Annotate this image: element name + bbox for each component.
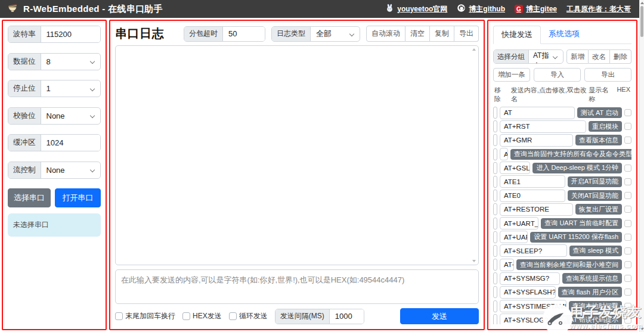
link-gitee[interactable]: G 博主gitee xyxy=(515,4,557,14)
loop-send-checkbox[interactable] xyxy=(229,312,237,320)
remove-handle[interactable] xyxy=(493,148,497,160)
group-add-button[interactable]: 新增 xyxy=(566,49,589,64)
command-hex-checkbox[interactable] xyxy=(624,178,631,185)
command-name-button[interactable]: 查询 UART 当前临时配置 xyxy=(541,218,622,229)
command-name-button[interactable]: 查询本地时间戳 xyxy=(569,301,622,312)
group-delete-button[interactable]: 删除 xyxy=(610,49,631,64)
hex-send-checkbox[interactable] xyxy=(182,312,190,320)
clear-button[interactable]: 清空 xyxy=(405,26,430,42)
send-content-input[interactable] xyxy=(115,269,479,304)
send-button[interactable]: 发送 xyxy=(400,308,479,324)
link-youyeetoo[interactable]: youyeetoo官网 xyxy=(385,4,447,14)
command-input[interactable]: AT+SYSRAM? xyxy=(500,259,514,271)
command-input[interactable]: AT+UART_CUR? xyxy=(500,217,538,229)
add-command-button[interactable]: 增加一条 xyxy=(493,68,530,82)
command-input[interactable]: AT+GMR xyxy=(500,134,573,147)
import-button[interactable]: 导入 xyxy=(534,68,581,82)
field-value[interactable]: None xyxy=(41,108,89,124)
command-hex-checkbox[interactable] xyxy=(624,234,631,241)
command-hex-checkbox[interactable] xyxy=(624,288,631,296)
command-hex-checkbox[interactable] xyxy=(624,206,631,213)
command-hex-checkbox[interactable] xyxy=(624,220,631,227)
command-input[interactable]: AT+CMD xyxy=(500,148,508,160)
export-button[interactable]: 导出 xyxy=(584,68,631,82)
remove-handle[interactable] xyxy=(493,190,497,201)
field-value[interactable]: 115200 xyxy=(41,26,101,42)
command-input[interactable]: AT+SLEEP? xyxy=(500,244,567,257)
remove-handle[interactable] xyxy=(493,162,497,174)
command-input[interactable]: AT+GSLP=60000 xyxy=(500,162,530,174)
command-hex-checkbox[interactable] xyxy=(624,165,631,172)
packet-timeout-input[interactable] xyxy=(223,27,265,41)
command-name-button[interactable]: 关闭AT回显功能 xyxy=(568,190,622,201)
field-value[interactable]: 1 xyxy=(41,80,89,97)
command-hex-checkbox[interactable] xyxy=(624,261,631,268)
remove-handle[interactable] xyxy=(493,272,497,284)
command-input[interactable]: AT+SYSLOG? xyxy=(500,314,549,324)
command-name-button[interactable]: 查询当前剩余堆空间和最小堆空间 xyxy=(516,259,622,270)
remove-handle[interactable] xyxy=(493,286,497,298)
command-hex-checkbox[interactable] xyxy=(624,317,631,324)
append-crlf-checkbox[interactable] xyxy=(115,312,123,320)
scroll-down-icon[interactable] xyxy=(472,260,476,262)
tab-quick-send[interactable]: 快捷发送 xyxy=(493,26,541,44)
scroll-up-icon[interactable] xyxy=(472,48,476,51)
command-input[interactable]: AT+SYSMSG? xyxy=(500,272,560,285)
link-github[interactable]: 博主github xyxy=(457,4,505,14)
log-output-area[interactable] xyxy=(115,45,479,265)
open-port-button[interactable]: 打开串口 xyxy=(55,188,101,207)
command-name-button[interactable]: 开启AT回显功能 xyxy=(568,176,622,187)
loop-send-option[interactable]: 循环发送 xyxy=(229,311,268,321)
scroll-up-icon[interactable] xyxy=(640,2,644,4)
command-hex-checkbox[interactable] xyxy=(624,136,631,144)
command-input[interactable]: AT+RESTORE xyxy=(500,203,573,216)
remove-handle[interactable] xyxy=(493,203,497,215)
autoscroll-button[interactable]: 自动滚动 xyxy=(366,26,405,42)
link-author[interactable]: 工具原作者：老大哥 xyxy=(566,4,631,14)
command-input[interactable]: AT+SYSFLASH? xyxy=(500,286,556,299)
command-name-button[interactable]: 测试 AT 启动 xyxy=(577,107,622,118)
remove-handle[interactable] xyxy=(493,300,497,312)
scroll-down-icon[interactable] xyxy=(640,328,644,330)
command-name-button[interactable]: 查询 AT 错误代码提示 xyxy=(551,315,622,324)
export-button[interactable]: 导出 xyxy=(454,26,479,42)
command-input[interactable]: AT+SYSTIMESTAMP? xyxy=(500,300,566,312)
remove-handle[interactable] xyxy=(493,259,497,271)
group-select[interactable]: ESP32 AT指令 xyxy=(529,50,551,63)
command-name-button[interactable]: 设置 UART 115200 保存flash xyxy=(530,232,622,243)
command-name-button[interactable]: 进入 Deep-sleep 模式 1分钟 xyxy=(532,163,622,173)
command-name-button[interactable]: 查询 sleep 模式 xyxy=(569,246,622,256)
select-port-button[interactable]: 选择串口 xyxy=(8,188,51,207)
command-hex-checkbox[interactable] xyxy=(624,275,631,282)
remove-handle[interactable] xyxy=(493,218,497,229)
command-input[interactable]: ATE1 xyxy=(500,175,565,188)
command-name-button[interactable]: 重启模块 xyxy=(589,121,622,132)
log-scrollbar[interactable] xyxy=(471,47,477,263)
field-value[interactable]: 8 xyxy=(41,54,89,70)
page-scrollbar[interactable] xyxy=(639,0,644,332)
command-input[interactable]: AT xyxy=(500,107,575,119)
command-name-button[interactable]: 查看版本信息 xyxy=(575,135,622,145)
remove-handle[interactable] xyxy=(493,231,497,243)
group-rename-button[interactable]: 改名 xyxy=(589,49,610,64)
scrollbar-thumb[interactable] xyxy=(640,6,643,37)
command-input[interactable]: AT+RST xyxy=(500,120,586,133)
command-input[interactable]: ATE0 xyxy=(500,190,565,202)
field-value[interactable]: 1024 xyxy=(41,135,101,151)
hex-send-option[interactable]: HEX发送 xyxy=(182,311,222,321)
command-name-button[interactable]: 查询系统提示信息 xyxy=(562,273,622,284)
remove-handle[interactable] xyxy=(493,314,497,324)
remove-handle[interactable] xyxy=(493,245,497,257)
remove-handle[interactable] xyxy=(493,134,497,146)
field-value[interactable]: None xyxy=(41,162,89,178)
command-hex-checkbox[interactable] xyxy=(624,192,631,199)
command-hex-checkbox[interactable] xyxy=(624,123,631,130)
append-crlf-option[interactable]: 末尾加回车换行 xyxy=(115,311,175,321)
command-input[interactable]: AT+UART_DEF=115200 xyxy=(500,231,528,243)
remove-handle[interactable] xyxy=(493,120,497,132)
remove-handle[interactable] xyxy=(493,176,497,188)
remove-handle[interactable] xyxy=(493,107,497,119)
copy-button[interactable]: 复制 xyxy=(430,26,454,42)
command-hex-checkbox[interactable] xyxy=(624,109,631,116)
tab-system-options[interactable]: 系统选项 xyxy=(541,26,587,44)
